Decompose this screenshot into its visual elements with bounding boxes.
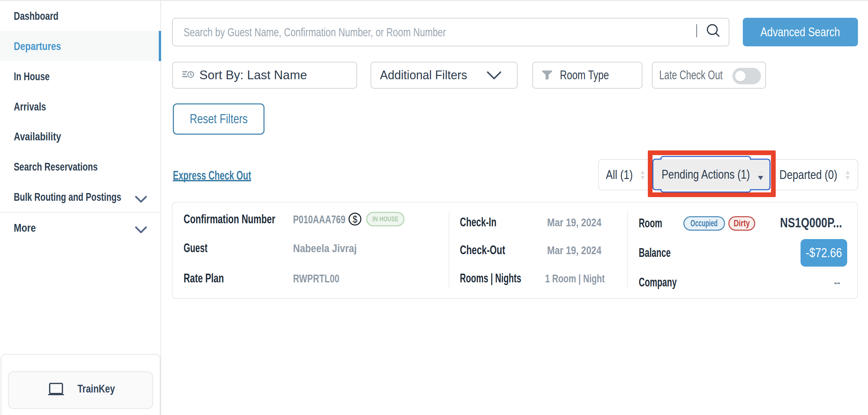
svg-text:$: $ [352, 213, 357, 225]
